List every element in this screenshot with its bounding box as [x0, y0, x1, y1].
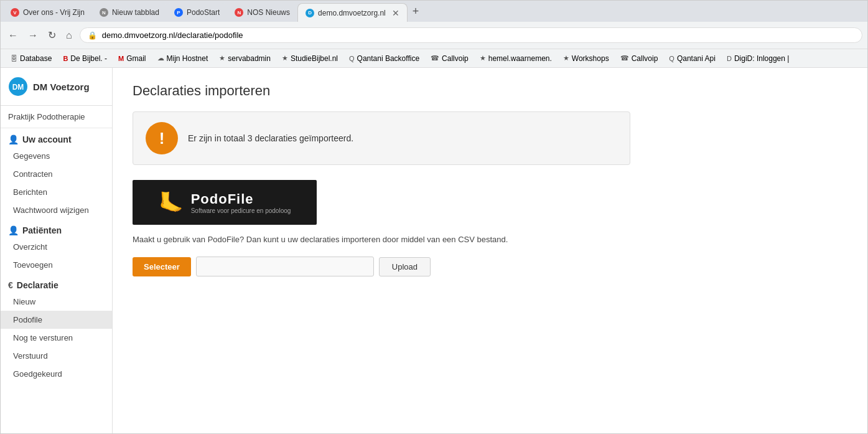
- sidebar-section-label-patienten: Patiënten: [22, 225, 62, 235]
- bookmark-icon-studiebijbel: ★: [282, 54, 288, 62]
- sidebar-praktijk: Praktijk Podotherapie: [1, 106, 112, 128]
- alert-message: Er zijn in totaal 3 declaraties geïmport…: [188, 133, 353, 143]
- bookmark-label-servabadmin: servabadmin: [228, 54, 271, 63]
- tab-over-ons[interactable]: V Over ons - Vrij Zijn: [3, 3, 92, 22]
- bookmark-icon-workshops: ★: [563, 54, 569, 62]
- bookmark-label-qantaniback: Qantani Backoffice: [357, 54, 420, 63]
- podofile-logo-main: PodoFile: [191, 191, 291, 207]
- sidebar-item-podofile[interactable]: Podofile: [1, 311, 112, 329]
- bookmark-label-bijbel: De Bijbel. -: [70, 54, 107, 63]
- upload-button[interactable]: Upload: [379, 257, 431, 276]
- tab-label-1: Over ons - Vrij Zijn: [23, 8, 85, 17]
- bookmark-label-qantaniapi: Qantani Api: [677, 54, 716, 63]
- bookmark-mijnhostnet[interactable]: ☁ Mijn Hostnet: [152, 52, 213, 65]
- home-button[interactable]: ⌂: [63, 27, 75, 44]
- bookmark-label-hemel: hemel.waarnemen.: [488, 54, 552, 63]
- podofile-foot-icon: 🦶: [159, 191, 184, 214]
- sidebar-item-overzicht[interactable]: Overzicht: [1, 238, 112, 256]
- sidebar-item-toevoegen[interactable]: Toevoegen: [1, 256, 112, 274]
- forward-button[interactable]: →: [26, 27, 40, 44]
- lock-icon: 🔒: [88, 31, 97, 40]
- bookmark-callvoip[interactable]: ☎ Callvoip: [426, 52, 474, 65]
- tab-podostart[interactable]: P PodoStart: [167, 3, 227, 22]
- tab-bar: V Over ons - Vrij Zijn N Nieuw tabblad P…: [1, 1, 867, 22]
- address-input[interactable]: [102, 31, 854, 40]
- tab-favicon-5: D: [306, 9, 314, 17]
- bookmark-servabadmin[interactable]: ★ servabadmin: [214, 52, 276, 65]
- main-area: DM DM Voetzorg Praktijk Podotherapie 👤 U…: [1, 68, 867, 433]
- content-area: Declaraties importeren ! Er zijn in tota…: [113, 68, 867, 433]
- sidebar-section-header-uw-account: 👤 Uw account: [1, 128, 112, 147]
- bookmark-label-callvoip2: Callvoip: [632, 54, 658, 63]
- sidebar-item-verstuurd[interactable]: Verstuurd: [1, 347, 112, 365]
- podofile-logo-text-wrap: PodoFile Software voor pedicure en podol…: [191, 191, 291, 214]
- bookmark-label-digid: DigiD: Inloggen |: [734, 54, 790, 63]
- account-icon: 👤: [8, 134, 19, 144]
- address-bar-input-wrap: 🔒: [80, 27, 862, 43]
- bookmark-qantani-backoffice[interactable]: Q Qantani Backoffice: [344, 52, 424, 65]
- tab-dmvoetzorg[interactable]: D demo.dmvoetzorg.nl ✕: [297, 3, 408, 22]
- bookmark-bijbel[interactable]: B De Bijbel. -: [58, 52, 112, 65]
- tab-favicon-2: N: [100, 8, 108, 17]
- selecteer-button[interactable]: Selecteer: [133, 257, 191, 276]
- sidebar-item-berichten[interactable]: Berichten: [1, 183, 112, 201]
- bookmark-icon-hemel: ★: [480, 54, 486, 62]
- tab-favicon-1: V: [11, 8, 19, 17]
- sidebar-item-contracten[interactable]: Contracten: [1, 165, 112, 183]
- bookmark-icon-qantaniapi: Q: [669, 55, 674, 62]
- bookmark-label-callvoip: Callvoip: [442, 54, 469, 63]
- tab-close-button[interactable]: ✕: [392, 8, 399, 18]
- tab-label-5: demo.dmvoetzorg.nl: [318, 9, 386, 17]
- declaratie-icon: €: [8, 280, 13, 290]
- sidebar-item-nieuw[interactable]: Nieuw: [1, 293, 112, 311]
- bookmark-label-workshops: Workshops: [572, 54, 609, 63]
- tab-label-2: Nieuw tabblad: [112, 8, 159, 17]
- reload-button[interactable]: ↻: [45, 27, 58, 44]
- sidebar-item-wachtwoord[interactable]: Wachtwoord wijzigen: [1, 201, 112, 219]
- bookmark-digid[interactable]: D DigiD: Inloggen |: [722, 52, 794, 65]
- podofile-logo-box: 🦶 PodoFile Software voor pedicure en pod…: [133, 180, 317, 225]
- podofile-logo-sub: Software voor pedicure en podoloog: [191, 207, 291, 214]
- bookmark-label-studiebijbel: StudieBijbel.nl: [291, 54, 338, 63]
- sidebar: DM DM Voetzorg Praktijk Podotherapie 👤 U…: [1, 68, 113, 433]
- tab-label-3: PodoStart: [187, 8, 220, 17]
- bookmark-gmail[interactable]: M Gmail: [113, 52, 151, 65]
- description-text: Maakt u gebruik van PodoFile? Dan kunt u…: [133, 235, 568, 244]
- svg-text:DM: DM: [12, 83, 24, 92]
- sidebar-logo-text: DM Voetzorg: [33, 82, 90, 92]
- bookmark-qantani-api[interactable]: Q Qantani Api: [664, 52, 721, 65]
- sidebar-section-label-declaratie: Declaratie: [17, 280, 58, 290]
- bookmark-icon-bijbel: B: [63, 55, 68, 62]
- sidebar-item-nog-te-versturen[interactable]: Nog te versturen: [1, 329, 112, 347]
- bookmark-studiebijbel[interactable]: ★ StudieBijbel.nl: [277, 52, 343, 65]
- sidebar-section-header-patienten: 👤 Patiënten: [1, 219, 112, 238]
- new-tab-button[interactable]: +: [408, 2, 424, 21]
- bookmark-icon-database: 🗄: [11, 55, 17, 62]
- back-button[interactable]: ←: [6, 27, 21, 44]
- file-input-display[interactable]: [196, 257, 374, 276]
- alert-icon-wrap: !: [146, 122, 178, 154]
- bookmark-database[interactable]: 🗄 Database: [6, 52, 57, 65]
- bookmark-icon-callvoip2: ☎: [620, 54, 629, 62]
- sidebar-item-goedgekeurd[interactable]: Goedgekeurd: [1, 365, 112, 383]
- dm-voetzorg-logo-icon: DM: [8, 77, 28, 97]
- bookmark-workshops[interactable]: ★ Workshops: [558, 52, 614, 65]
- alert-box: ! Er zijn in totaal 3 declaraties geïmpo…: [133, 111, 630, 165]
- bookmark-callvoip2[interactable]: ☎ Callvoip: [615, 52, 663, 65]
- bookmark-icon-qantaniback: Q: [349, 55, 355, 62]
- bookmark-icon-servabadmin: ★: [219, 54, 225, 62]
- sidebar-section-label-uw-account: Uw account: [22, 134, 72, 144]
- bookmarks-bar: 🗄 Database B De Bijbel. - M Gmail ☁ Mijn…: [1, 49, 867, 68]
- upload-row: Selecteer Upload: [133, 257, 847, 276]
- bookmark-icon-mijnhostnet: ☁: [157, 54, 164, 62]
- bookmark-hemel[interactable]: ★ hemel.waarnemen.: [475, 52, 557, 65]
- alert-exclamation-icon: !: [159, 129, 165, 148]
- patienten-icon: 👤: [8, 225, 19, 235]
- sidebar-logo: DM DM Voetzorg: [1, 68, 112, 106]
- sidebar-item-gegevens[interactable]: Gegevens: [1, 147, 112, 165]
- bookmark-label-gmail: Gmail: [126, 54, 146, 63]
- tab-nieuw-tabblad[interactable]: N Nieuw tabblad: [92, 3, 167, 22]
- page-title: Declaraties importeren: [133, 83, 847, 99]
- tab-nos[interactable]: N NOS Nieuws: [227, 3, 297, 22]
- sidebar-section-header-declaratie: € Declaratie: [1, 274, 112, 293]
